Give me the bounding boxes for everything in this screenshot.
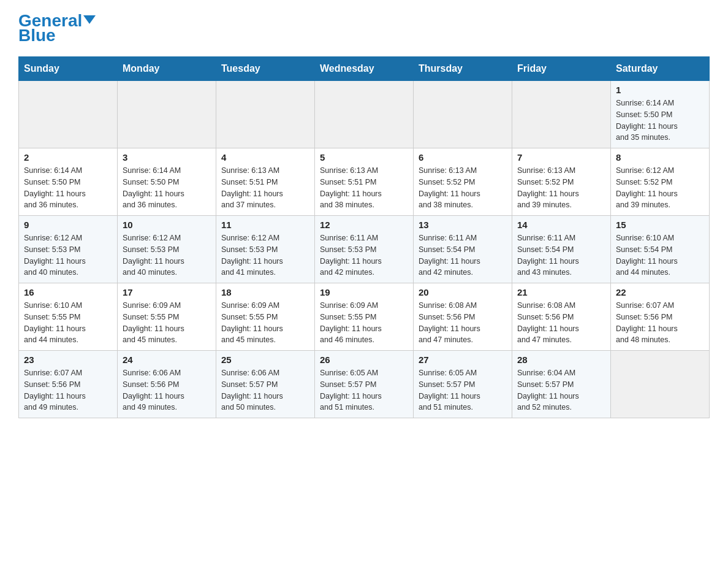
calendar-day-cell bbox=[118, 81, 216, 148]
calendar-day-cell: 9Sunrise: 6:12 AM Sunset: 5:53 PM Daylig… bbox=[19, 216, 118, 283]
day-sun-info: Sunrise: 6:06 AM Sunset: 5:56 PM Dayligh… bbox=[123, 367, 211, 413]
weekday-header-sunday: Sunday bbox=[19, 57, 118, 81]
calendar-day-cell: 18Sunrise: 6:09 AM Sunset: 5:55 PM Dayli… bbox=[216, 283, 315, 351]
day-number: 26 bbox=[320, 354, 408, 365]
calendar-day-cell: 16Sunrise: 6:10 AM Sunset: 5:55 PM Dayli… bbox=[19, 283, 118, 351]
day-number: 11 bbox=[221, 220, 309, 230]
day-number: 8 bbox=[616, 152, 704, 163]
day-sun-info: Sunrise: 6:13 AM Sunset: 5:51 PM Dayligh… bbox=[221, 165, 309, 211]
calendar-day-cell: 22Sunrise: 6:07 AM Sunset: 5:56 PM Dayli… bbox=[611, 283, 710, 351]
day-sun-info: Sunrise: 6:06 AM Sunset: 5:57 PM Dayligh… bbox=[221, 367, 309, 413]
calendar-day-cell: 14Sunrise: 6:11 AM Sunset: 5:54 PM Dayli… bbox=[512, 216, 611, 283]
day-sun-info: Sunrise: 6:09 AM Sunset: 5:55 PM Dayligh… bbox=[221, 300, 309, 346]
calendar-day-cell: 19Sunrise: 6:09 AM Sunset: 5:55 PM Dayli… bbox=[315, 283, 414, 351]
day-number: 6 bbox=[419, 152, 507, 163]
day-number: 16 bbox=[24, 287, 112, 297]
weekday-header-row: SundayMondayTuesdayWednesdayThursdayFrid… bbox=[19, 57, 710, 81]
calendar-table: SundayMondayTuesdayWednesdayThursdayFrid… bbox=[18, 56, 710, 418]
day-number: 3 bbox=[123, 152, 211, 163]
day-sun-info: Sunrise: 6:12 AM Sunset: 5:53 PM Dayligh… bbox=[123, 232, 211, 278]
day-sun-info: Sunrise: 6:04 AM Sunset: 5:57 PM Dayligh… bbox=[517, 367, 605, 413]
day-sun-info: Sunrise: 6:11 AM Sunset: 5:54 PM Dayligh… bbox=[419, 232, 507, 278]
calendar-day-cell: 13Sunrise: 6:11 AM Sunset: 5:54 PM Dayli… bbox=[414, 216, 512, 283]
day-sun-info: Sunrise: 6:12 AM Sunset: 5:53 PM Dayligh… bbox=[24, 232, 112, 278]
day-sun-info: Sunrise: 6:10 AM Sunset: 5:54 PM Dayligh… bbox=[616, 232, 704, 278]
calendar-week-row: 1Sunrise: 6:14 AM Sunset: 5:50 PM Daylig… bbox=[19, 81, 710, 148]
day-number: 25 bbox=[221, 354, 309, 365]
day-number: 17 bbox=[123, 287, 211, 297]
day-number: 19 bbox=[320, 287, 408, 297]
day-number: 22 bbox=[616, 287, 704, 297]
day-number: 24 bbox=[123, 354, 211, 365]
day-sun-info: Sunrise: 6:09 AM Sunset: 5:55 PM Dayligh… bbox=[320, 300, 408, 346]
calendar-day-cell: 1Sunrise: 6:14 AM Sunset: 5:50 PM Daylig… bbox=[611, 81, 710, 148]
day-number: 27 bbox=[419, 354, 507, 365]
calendar-day-cell: 15Sunrise: 6:10 AM Sunset: 5:54 PM Dayli… bbox=[611, 216, 710, 283]
page-header: General Blue bbox=[18, 12, 710, 44]
day-sun-info: Sunrise: 6:08 AM Sunset: 5:56 PM Dayligh… bbox=[419, 300, 507, 346]
weekday-header-friday: Friday bbox=[512, 57, 611, 81]
day-number: 21 bbox=[517, 287, 605, 297]
day-number: 9 bbox=[24, 220, 112, 230]
calendar-day-cell: 10Sunrise: 6:12 AM Sunset: 5:53 PM Dayli… bbox=[118, 216, 216, 283]
day-sun-info: Sunrise: 6:14 AM Sunset: 5:50 PM Dayligh… bbox=[616, 98, 704, 144]
day-sun-info: Sunrise: 6:10 AM Sunset: 5:55 PM Dayligh… bbox=[24, 300, 112, 346]
day-number: 2 bbox=[24, 152, 112, 163]
day-number: 1 bbox=[616, 85, 704, 95]
day-sun-info: Sunrise: 6:07 AM Sunset: 5:56 PM Dayligh… bbox=[24, 367, 112, 413]
day-sun-info: Sunrise: 6:05 AM Sunset: 5:57 PM Dayligh… bbox=[320, 367, 408, 413]
day-sun-info: Sunrise: 6:12 AM Sunset: 5:52 PM Dayligh… bbox=[616, 165, 704, 211]
day-number: 14 bbox=[517, 220, 605, 230]
day-sun-info: Sunrise: 6:05 AM Sunset: 5:57 PM Dayligh… bbox=[419, 367, 507, 413]
calendar-day-cell bbox=[414, 81, 512, 148]
day-sun-info: Sunrise: 6:14 AM Sunset: 5:50 PM Dayligh… bbox=[123, 165, 211, 211]
calendar-day-cell: 11Sunrise: 6:12 AM Sunset: 5:53 PM Dayli… bbox=[216, 216, 315, 283]
calendar-day-cell: 23Sunrise: 6:07 AM Sunset: 5:56 PM Dayli… bbox=[19, 351, 118, 418]
calendar-day-cell: 21Sunrise: 6:08 AM Sunset: 5:56 PM Dayli… bbox=[512, 283, 611, 351]
calendar-day-cell: 2Sunrise: 6:14 AM Sunset: 5:50 PM Daylig… bbox=[19, 148, 118, 216]
day-number: 28 bbox=[517, 354, 605, 365]
day-sun-info: Sunrise: 6:11 AM Sunset: 5:53 PM Dayligh… bbox=[320, 232, 408, 278]
day-sun-info: Sunrise: 6:08 AM Sunset: 5:56 PM Dayligh… bbox=[517, 300, 605, 346]
calendar-day-cell: 3Sunrise: 6:14 AM Sunset: 5:50 PM Daylig… bbox=[118, 148, 216, 216]
weekday-header-tuesday: Tuesday bbox=[216, 57, 315, 81]
day-number: 10 bbox=[123, 220, 211, 230]
day-number: 4 bbox=[221, 152, 309, 163]
day-number: 13 bbox=[419, 220, 507, 230]
day-number: 23 bbox=[24, 354, 112, 365]
day-sun-info: Sunrise: 6:13 AM Sunset: 5:51 PM Dayligh… bbox=[320, 165, 408, 211]
day-number: 15 bbox=[616, 220, 704, 230]
day-sun-info: Sunrise: 6:13 AM Sunset: 5:52 PM Dayligh… bbox=[517, 165, 605, 211]
calendar-day-cell: 24Sunrise: 6:06 AM Sunset: 5:56 PM Dayli… bbox=[118, 351, 216, 418]
day-sun-info: Sunrise: 6:13 AM Sunset: 5:52 PM Dayligh… bbox=[419, 165, 507, 211]
calendar-day-cell bbox=[611, 351, 710, 418]
calendar-day-cell: 7Sunrise: 6:13 AM Sunset: 5:52 PM Daylig… bbox=[512, 148, 611, 216]
calendar-day-cell: 26Sunrise: 6:05 AM Sunset: 5:57 PM Dayli… bbox=[315, 351, 414, 418]
weekday-header-saturday: Saturday bbox=[611, 57, 710, 81]
calendar-day-cell: 17Sunrise: 6:09 AM Sunset: 5:55 PM Dayli… bbox=[118, 283, 216, 351]
logo: General Blue bbox=[18, 12, 96, 44]
calendar-day-cell: 28Sunrise: 6:04 AM Sunset: 5:57 PM Dayli… bbox=[512, 351, 611, 418]
calendar-week-row: 23Sunrise: 6:07 AM Sunset: 5:56 PM Dayli… bbox=[19, 351, 710, 418]
calendar-day-cell: 12Sunrise: 6:11 AM Sunset: 5:53 PM Dayli… bbox=[315, 216, 414, 283]
calendar-day-cell: 20Sunrise: 6:08 AM Sunset: 5:56 PM Dayli… bbox=[414, 283, 512, 351]
day-sun-info: Sunrise: 6:09 AM Sunset: 5:55 PM Dayligh… bbox=[123, 300, 211, 346]
calendar-day-cell bbox=[512, 81, 611, 148]
day-sun-info: Sunrise: 6:11 AM Sunset: 5:54 PM Dayligh… bbox=[517, 232, 605, 278]
day-number: 20 bbox=[419, 287, 507, 297]
weekday-header-wednesday: Wednesday bbox=[315, 57, 414, 81]
calendar-day-cell: 5Sunrise: 6:13 AM Sunset: 5:51 PM Daylig… bbox=[315, 148, 414, 216]
day-number: 5 bbox=[320, 152, 408, 163]
weekday-header-monday: Monday bbox=[118, 57, 216, 81]
calendar-day-cell: 25Sunrise: 6:06 AM Sunset: 5:57 PM Dayli… bbox=[216, 351, 315, 418]
weekday-header-thursday: Thursday bbox=[414, 57, 512, 81]
calendar-day-cell bbox=[19, 81, 118, 148]
logo-blue: Blue bbox=[18, 27, 96, 44]
calendar-week-row: 2Sunrise: 6:14 AM Sunset: 5:50 PM Daylig… bbox=[19, 148, 710, 216]
calendar-day-cell: 4Sunrise: 6:13 AM Sunset: 5:51 PM Daylig… bbox=[216, 148, 315, 216]
calendar-week-row: 9Sunrise: 6:12 AM Sunset: 5:53 PM Daylig… bbox=[19, 216, 710, 283]
logo-triangle-icon bbox=[83, 15, 96, 24]
calendar-day-cell: 6Sunrise: 6:13 AM Sunset: 5:52 PM Daylig… bbox=[414, 148, 512, 216]
day-number: 18 bbox=[221, 287, 309, 297]
calendar-day-cell: 27Sunrise: 6:05 AM Sunset: 5:57 PM Dayli… bbox=[414, 351, 512, 418]
